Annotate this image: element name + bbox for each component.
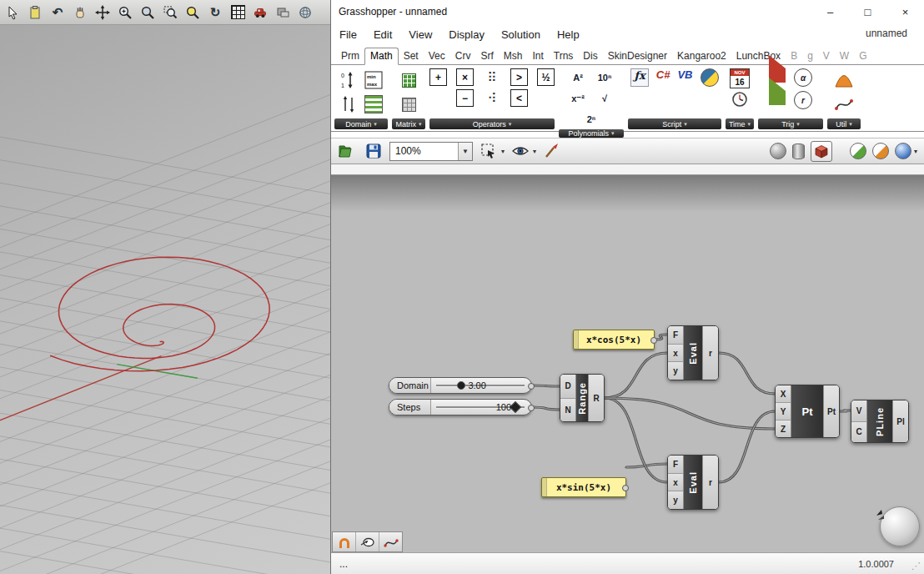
radius-icon[interactable]: r (794, 91, 812, 109)
gh-canvas[interactable]: Domain 3.00 Steps 100 x*cos(5*x) (331, 164, 924, 552)
divide-domain-icon[interactable] (362, 93, 385, 116)
ribbon-tab[interactable]: g (802, 48, 818, 64)
csharp-script-icon[interactable]: C# (656, 68, 670, 87)
canvas-paint-button[interactable] (542, 141, 562, 161)
ribbon-tab[interactable]: SkinDesigner (603, 48, 672, 64)
rhino-viewport[interactable]: ↶ ↻ (0, 0, 330, 574)
pt-input-z[interactable]: Z (776, 420, 791, 437)
menu-item[interactable]: Display (440, 25, 493, 44)
ribbon-tab[interactable]: V (818, 48, 835, 64)
resize-grip[interactable]: ⋰ (911, 561, 921, 571)
titlebar[interactable]: Grasshopper - unnamed – □ × (331, 0, 924, 23)
wireframe-preview-button[interactable] (770, 143, 786, 159)
ribbon-tab[interactable]: Srf (475, 48, 498, 64)
slider-track[interactable]: 100 (431, 400, 531, 415)
group-label-operators[interactable]: Operators▾ (429, 118, 555, 129)
clock-icon[interactable] (728, 89, 751, 109)
pt-output[interactable]: Pt (824, 385, 839, 437)
vb-script-icon[interactable]: VB (677, 68, 692, 87)
construct-domain-icon[interactable]: 01 (337, 68, 360, 92)
zoom-window-button[interactable] (479, 141, 499, 161)
expression-icon[interactable]: ƒx (630, 68, 648, 87)
pline-output[interactable]: Pl (893, 400, 908, 442)
navigation-ball[interactable] (880, 506, 920, 546)
eval-input-x[interactable]: x (668, 473, 683, 491)
subtraction-icon[interactable]: − (456, 89, 474, 107)
close-button[interactable]: × (886, 0, 924, 23)
custom-preview-button[interactable] (872, 143, 889, 159)
pt-input-x[interactable]: X (776, 385, 791, 402)
ribbon-tab[interactable]: Prm (336, 48, 364, 64)
pan-hand-icon[interactable] (70, 3, 90, 23)
ribbon-tab[interactable]: Dis (578, 48, 602, 64)
ribbon-tab[interactable]: Trns (549, 48, 579, 64)
ribbon-tab[interactable]: Vec (424, 48, 450, 64)
gaussian-icon[interactable] (832, 68, 856, 92)
preview-visibility-button[interactable] (510, 141, 530, 161)
undo-icon[interactable]: ↶ (48, 3, 68, 23)
power-of-2-icon[interactable]: 2ⁿ (580, 110, 602, 128)
mass-multiplication-icon[interactable]: ⠺ (483, 89, 501, 108)
shaded-preview-button[interactable] (792, 144, 805, 159)
group-label-domain[interactable]: Domain▾ (334, 118, 388, 129)
ribbon-tab[interactable]: W (835, 48, 854, 64)
eval-output-r[interactable]: r (703, 456, 718, 509)
pline-input-c[interactable]: C (851, 421, 866, 443)
zoom-dynamic-icon[interactable] (138, 3, 158, 23)
group-label-polynomials[interactable]: Polynomials▾ (559, 129, 624, 138)
inverse-square-icon[interactable]: x⁻² (567, 89, 589, 108)
eval-name[interactable]: Eval (684, 326, 702, 380)
globe-icon[interactable] (295, 3, 315, 23)
rotate-view-icon[interactable]: ↻ (205, 3, 225, 23)
ribbon-tab[interactable]: Msh (499, 48, 528, 64)
triangle-trig-icon[interactable] (769, 91, 786, 109)
range-input-n[interactable]: N (560, 398, 575, 422)
date-icon[interactable]: NOV16 (728, 68, 751, 88)
menu-item[interactable]: Help (549, 25, 588, 44)
preview-settings-button[interactable] (895, 143, 911, 159)
range-input-d[interactable]: D (560, 375, 575, 398)
eval-output-r[interactable]: r (703, 326, 718, 380)
eval-input-y[interactable]: y (668, 361, 683, 380)
domain-slider[interactable]: Domain 3.00 (389, 377, 532, 394)
eval-input-f[interactable]: F (668, 456, 683, 473)
eval-input-y[interactable]: y (668, 491, 683, 509)
pt-name[interactable]: Pt (791, 385, 823, 437)
group-label-time[interactable]: Time▾ (726, 118, 754, 129)
zoom-in-icon[interactable] (115, 3, 135, 23)
python-script-icon[interactable] (701, 68, 719, 87)
ribbon-tab[interactable]: Kangaroo2 (672, 48, 731, 64)
grid-snap-icon[interactable] (228, 3, 248, 23)
ellipse-arrow-icon[interactable] (356, 532, 379, 551)
ribbon-tab[interactable]: G (854, 48, 871, 64)
zoom-dropdown-arrow[interactable]: ▼ (458, 143, 472, 160)
eval-input-x[interactable]: x (668, 344, 683, 362)
multiplication-icon[interactable]: × (456, 68, 474, 86)
viewport-scene[interactable] (0, 0, 330, 574)
layout-icon[interactable] (273, 3, 293, 23)
minimize-button[interactable]: – (811, 0, 849, 23)
eval-component-top[interactable]: F x y Eval r (667, 325, 719, 380)
addition-icon[interactable]: + (429, 68, 447, 86)
square-root-icon[interactable]: √ (594, 89, 615, 108)
polyline-component[interactable]: V C PLine Pl (851, 400, 909, 443)
select-icon[interactable] (3, 3, 23, 23)
group-label-trig[interactable]: Trig▾ (758, 118, 823, 129)
rendered-preview-button[interactable] (811, 141, 832, 162)
save-button[interactable] (364, 141, 384, 161)
slider-knob[interactable] (457, 381, 465, 390)
eval-component-bottom[interactable]: F x y Eval r (667, 455, 719, 510)
eval-input-f[interactable]: F (668, 326, 683, 344)
construct-matrix-icon[interactable] (397, 68, 420, 92)
power-of-10-icon[interactable]: 10ⁿ (594, 68, 615, 87)
ribbon-tab[interactable]: Math (364, 48, 399, 65)
expression-panel-sin[interactable]: x*sin(5*x) (541, 477, 626, 497)
circle-trig-icon[interactable]: α (794, 68, 812, 87)
range-component[interactable]: D N Range R (560, 374, 605, 422)
division-icon[interactable]: ½ (537, 68, 555, 86)
preview-settings-dropdown[interactable]: ▾ (914, 148, 917, 155)
zoom-window-icon[interactable] (160, 3, 180, 23)
move-icon[interactable] (93, 3, 113, 23)
arch-icon[interactable] (333, 532, 356, 551)
named-view-car-icon[interactable] (250, 3, 270, 23)
